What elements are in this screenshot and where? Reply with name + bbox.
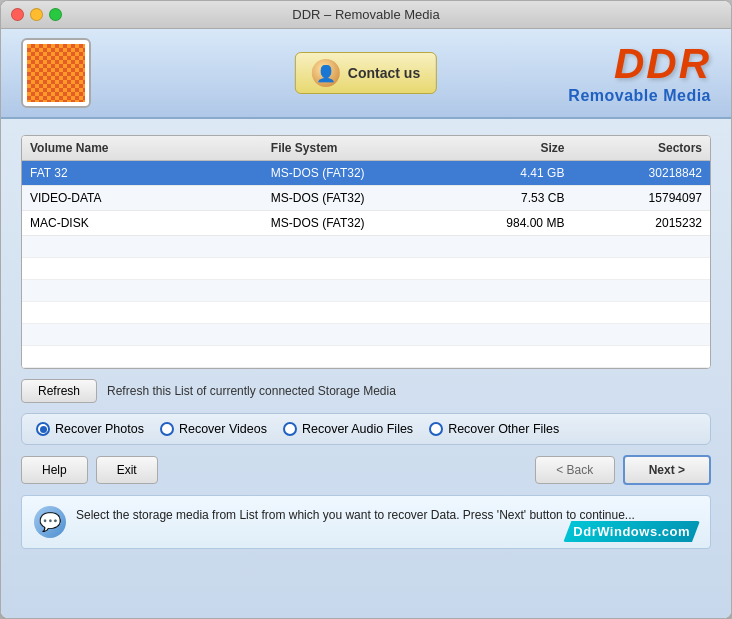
radio-videos[interactable]: Recover Videos: [160, 422, 267, 436]
contact-label: Contact us: [348, 65, 420, 81]
table-row[interactable]: VIDEO-DATA MS-DOS (FAT32) 7.53 CB 157940…: [22, 186, 710, 211]
radio-label-videos: Recover Videos: [179, 422, 267, 436]
table-row-empty: [22, 258, 710, 280]
cell-sectors: 30218842: [572, 161, 710, 186]
cell-size: 984.00 MB: [435, 211, 573, 236]
cell-fs: MS-DOS (FAT32): [263, 161, 435, 186]
radio-photos[interactable]: Recover Photos: [36, 422, 144, 436]
app-header: 👤 Contact us DDR Removable Media: [1, 29, 731, 119]
col-volume: Volume Name: [22, 136, 263, 161]
app-window: DDR – Removable Media 👤 Contact us DDR R…: [0, 0, 732, 619]
cell-size: 4.41 GB: [435, 161, 573, 186]
col-sectors: Sectors: [572, 136, 710, 161]
cell-volume: FAT 32: [22, 161, 263, 186]
back-button[interactable]: < Back: [535, 456, 615, 484]
cell-fs: MS-DOS (FAT32): [263, 186, 435, 211]
radio-audio[interactable]: Recover Audio Files: [283, 422, 413, 436]
watermark: DdrWindows.com: [563, 521, 700, 542]
logo-icon: [27, 44, 85, 102]
close-button[interactable]: [11, 8, 24, 21]
refresh-row: Refresh Refresh this List of currently c…: [21, 379, 711, 403]
cell-volume: MAC-DISK: [22, 211, 263, 236]
radio-indicator-photos: [36, 422, 50, 436]
refresh-button[interactable]: Refresh: [21, 379, 97, 403]
table-row[interactable]: FAT 32 MS-DOS (FAT32) 4.41 GB 30218842: [22, 161, 710, 186]
info-icon: 💬: [34, 506, 66, 538]
col-size: Size: [435, 136, 573, 161]
table-row-empty: [22, 346, 710, 368]
contact-icon: 👤: [312, 59, 340, 87]
cell-size: 7.53 CB: [435, 186, 573, 211]
maximize-button[interactable]: [49, 8, 62, 21]
col-fs: File System: [263, 136, 435, 161]
info-panel: 💬 Select the storage media from List fro…: [21, 495, 711, 549]
brand-ddr-text: DDR: [568, 41, 711, 87]
recovery-options: Recover Photos Recover Videos Recover Au…: [21, 413, 711, 445]
bottom-buttons: Help Exit < Back Next >: [21, 455, 711, 485]
radio-indicator-videos: [160, 422, 174, 436]
disk-table: Volume Name File System Size Sectors FAT…: [21, 135, 711, 369]
table-row-empty: [22, 324, 710, 346]
info-text: Select the storage media from List from …: [76, 506, 635, 524]
refresh-description: Refresh this List of currently connected…: [107, 384, 396, 398]
help-button[interactable]: Help: [21, 456, 88, 484]
contact-button[interactable]: 👤 Contact us: [295, 52, 437, 94]
brand-sub-text: Removable Media: [568, 87, 711, 105]
exit-button[interactable]: Exit: [96, 456, 158, 484]
table-row-empty: [22, 280, 710, 302]
table-row[interactable]: MAC-DISK MS-DOS (FAT32) 984.00 MB 201523…: [22, 211, 710, 236]
radio-indicator-other: [429, 422, 443, 436]
radio-indicator-audio: [283, 422, 297, 436]
radio-label-other: Recover Other Files: [448, 422, 559, 436]
cell-sectors: 15794097: [572, 186, 710, 211]
table-row-empty: [22, 302, 710, 324]
title-bar: DDR – Removable Media: [1, 1, 731, 29]
minimize-button[interactable]: [30, 8, 43, 21]
radio-label-audio: Recover Audio Files: [302, 422, 413, 436]
table-row-empty: [22, 236, 710, 258]
main-content: Volume Name File System Size Sectors FAT…: [1, 119, 731, 618]
radio-label-photos: Recover Photos: [55, 422, 144, 436]
app-brand: DDR Removable Media: [568, 41, 711, 105]
next-button[interactable]: Next >: [623, 455, 711, 485]
radio-other[interactable]: Recover Other Files: [429, 422, 559, 436]
window-title: DDR – Removable Media: [292, 7, 439, 22]
window-controls: [11, 8, 62, 21]
cell-sectors: 2015232: [572, 211, 710, 236]
cell-fs: MS-DOS (FAT32): [263, 211, 435, 236]
app-logo: [21, 38, 91, 108]
cell-volume: VIDEO-DATA: [22, 186, 263, 211]
